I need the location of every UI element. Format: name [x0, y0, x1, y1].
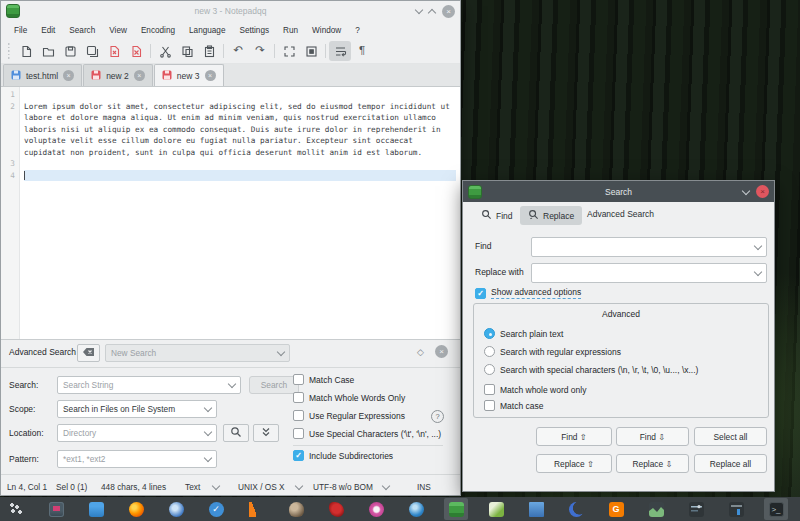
new-file-button[interactable] [15, 41, 37, 61]
tasks-app-task[interactable]: ✓ [204, 498, 228, 520]
image-viewer-task[interactable] [484, 498, 508, 520]
radio-special-characters[interactable]: Search with special characters (\n, \r, … [484, 364, 698, 375]
moon-app-task[interactable] [564, 498, 588, 520]
checkbox-icon[interactable] [293, 392, 304, 403]
radio-selected-icon[interactable] [484, 328, 495, 339]
menu-item-edit[interactable]: Edit [34, 24, 62, 37]
save-button[interactable] [59, 41, 81, 61]
pattern-input[interactable]: *ext1, *ext2 [57, 450, 217, 468]
tab-close-icon[interactable]: × [63, 70, 74, 81]
editor-settings-button[interactable] [300, 41, 322, 61]
tab-find[interactable]: Find [473, 206, 521, 225]
regex-option[interactable]: Use Regular Expressions [293, 410, 405, 421]
menu-item-window[interactable]: Window [305, 24, 348, 37]
checkbox-checked-icon[interactable]: ✓ [293, 450, 304, 461]
documents-app-task[interactable] [524, 498, 548, 520]
checkbox-icon[interactable] [293, 428, 304, 439]
menu-item-search[interactable]: Search [62, 24, 102, 37]
menu-item-language[interactable]: Language [182, 24, 232, 37]
replace-previous-button[interactable]: Replace ⇧ [536, 454, 612, 473]
match-whole-word-option[interactable]: Match whole word only [484, 384, 586, 395]
location-input[interactable]: Directory [57, 424, 217, 442]
menu-item-settings[interactable]: Settings [232, 24, 276, 37]
terminal-task[interactable]: >_ [764, 498, 788, 520]
detach-panel-icon[interactable]: ◇ [417, 347, 424, 357]
mail-task[interactable] [164, 498, 188, 520]
language-select[interactable]: Text [185, 482, 200, 492]
word-wrap-button[interactable] [329, 41, 351, 61]
tab-test-html[interactable]: test.html × [3, 64, 82, 86]
checkbox-icon[interactable] [484, 384, 495, 395]
menu-item-file[interactable]: File [7, 24, 34, 37]
expand-locations-button[interactable] [253, 424, 279, 442]
tab-new-2[interactable]: new 2 × [83, 64, 153, 86]
include-subdirectories-option[interactable]: ✓Include Subdirectories [293, 450, 393, 461]
search-dialog-titlebar[interactable]: Search × [463, 181, 774, 202]
find-next-button[interactable]: Find ⇩ [616, 427, 689, 446]
radio-icon[interactable] [484, 364, 495, 375]
search-string-input[interactable]: Search String [57, 376, 241, 394]
firefox-task[interactable] [124, 498, 148, 520]
replace-next-button[interactable]: Replace ⇩ [616, 454, 689, 473]
close-window-button[interactable]: × [442, 5, 455, 18]
fullscreen-button[interactable] [278, 41, 300, 61]
match-case-option[interactable]: Match case [484, 400, 543, 411]
help-icon[interactable]: ? [431, 410, 444, 423]
redo-button[interactable]: ↷ [249, 41, 271, 61]
toolbar-drag-handle[interactable] [6, 43, 12, 59]
tab-replace[interactable]: Replace [520, 206, 582, 225]
match-case-option[interactable]: Match Case [293, 374, 354, 385]
scope-select[interactable]: Search in Files on File System [57, 400, 217, 418]
close-panel-button[interactable]: × [435, 345, 448, 358]
close-all-documents-button[interactable] [125, 41, 147, 61]
find-input[interactable] [531, 237, 767, 257]
search-button[interactable]: Search [249, 376, 299, 394]
cut-button[interactable] [154, 41, 176, 61]
checkbox-checked-icon[interactable]: ✓ [475, 288, 486, 299]
show-advanced-options[interactable]: ✓ Show advanced options [475, 287, 581, 299]
gimp-task[interactable] [284, 498, 308, 520]
minimize-icon[interactable] [742, 186, 750, 194]
replace-input[interactable] [531, 263, 767, 283]
browse-directory-button[interactable] [223, 424, 249, 442]
red-app-task[interactable] [324, 498, 348, 520]
g-app-task[interactable]: G [604, 498, 628, 520]
editor-area[interactable]: 1 2Lorem ipsum dolor sit amet, consectet… [1, 87, 460, 339]
maximize-icon[interactable] [428, 8, 436, 16]
checkbox-icon[interactable] [293, 410, 304, 421]
save-all-button[interactable] [81, 41, 103, 61]
globe-app-task[interactable] [404, 498, 428, 520]
encoding-select[interactable]: UTF-8 w/o BOM [313, 482, 373, 492]
settings-app-task[interactable] [684, 498, 708, 520]
system-monitor-task[interactable] [644, 498, 668, 520]
pink-app-task[interactable] [364, 498, 388, 520]
select-all-button[interactable]: Select all [694, 427, 767, 446]
menu-item-encoding[interactable]: Encoding [134, 24, 182, 37]
file-manager-task[interactable] [84, 498, 108, 520]
replace-all-button[interactable]: Replace all [694, 454, 767, 473]
checkbox-icon[interactable] [484, 400, 495, 411]
special-chars-option[interactable]: Use Special Characters ('\t', '\n', ...) [293, 428, 441, 439]
notepadqq-titlebar[interactable]: new 3 - Notepadqq × [1, 1, 460, 21]
dev-app-task[interactable] [724, 498, 748, 520]
undo-button[interactable]: ↶ [227, 41, 249, 61]
vlc-task[interactable] [244, 498, 268, 520]
minimize-icon[interactable] [415, 6, 423, 14]
search-preset-select[interactable]: New Search [105, 344, 290, 362]
app-launcher-button[interactable] [4, 498, 28, 520]
radio-icon[interactable] [484, 346, 495, 357]
paste-button[interactable] [198, 41, 220, 61]
clear-search-history-button[interactable] [77, 344, 100, 362]
close-dialog-button[interactable]: × [756, 185, 769, 198]
notepadqq-task[interactable] [444, 498, 468, 520]
copy-button[interactable] [176, 41, 198, 61]
radio-plain-text[interactable]: Search plain text [484, 328, 563, 339]
menu-item-run[interactable]: Run [276, 24, 305, 37]
media-player-task[interactable] [44, 498, 68, 520]
close-document-button[interactable] [103, 41, 125, 61]
tab-close-icon[interactable]: × [134, 70, 145, 81]
tab-new-3[interactable]: new 3 × [154, 64, 224, 86]
show-symbols-button[interactable]: ¶ [351, 41, 373, 61]
menu-item-view[interactable]: View [102, 24, 134, 37]
checkbox-icon[interactable] [293, 374, 304, 385]
